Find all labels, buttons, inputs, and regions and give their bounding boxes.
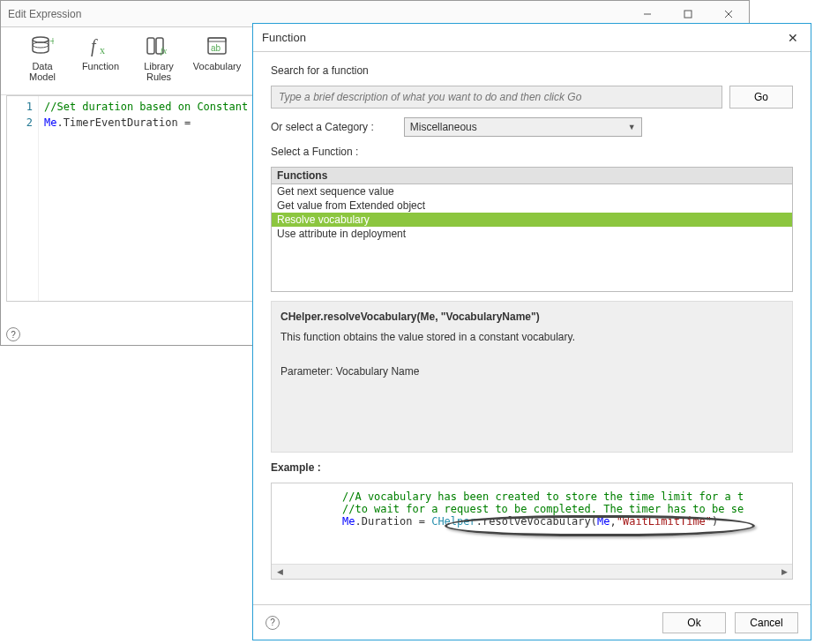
window-title: Edit Expression — [1, 8, 627, 20]
category-select[interactable]: Miscellaneous ▼ — [404, 117, 642, 137]
toolbar-label: Vocabulary — [193, 61, 241, 71]
svg-text:fx: fx — [161, 46, 168, 56]
dialog-title: Function — [262, 31, 784, 44]
help-icon[interactable]: ? — [265, 616, 280, 630]
close-icon[interactable]: ✕ — [784, 31, 802, 45]
function-item[interactable]: Get next sequence value — [272, 184, 792, 198]
function-list: Functions Get next sequence value Get va… — [271, 167, 793, 292]
example-label: Example : — [271, 461, 793, 474]
search-row: Go — [271, 86, 793, 109]
cancel-button[interactable]: Cancel — [735, 612, 798, 633]
category-row: Or select a Category : Miscellaneous ▼ — [271, 117, 793, 137]
toolbar-library-rules[interactable]: fx LibraryRules — [133, 33, 184, 89]
toolbar-label: DataModel — [29, 61, 56, 82]
svg-text:x: x — [100, 44, 105, 56]
dialog-footer: ? Ok Cancel — [253, 604, 811, 640]
svg-rect-1 — [684, 11, 692, 18]
function-item[interactable]: Use attribute in deployment — [272, 227, 792, 241]
category-label: Or select a Category : — [271, 121, 374, 133]
vocabulary-icon: ab — [203, 33, 231, 59]
toolbar-function[interactable]: fx Function — [75, 33, 126, 89]
chevron-down-icon: ▼ — [628, 123, 636, 131]
function-list-header: Functions — [272, 168, 792, 184]
function-list-label: Select a Function : — [271, 146, 793, 158]
example-code: //A vocabulary has been created to store… — [272, 483, 792, 564]
svg-rect-9 — [147, 38, 154, 54]
svg-text:ab: ab — [211, 43, 221, 53]
toolbar-label: LibraryRules — [144, 61, 174, 82]
help-icon[interactable]: ? — [6, 327, 20, 341]
ok-button[interactable]: Ok — [662, 612, 726, 633]
svg-text:f: f — [91, 36, 98, 56]
search-label: Search for a function — [271, 64, 793, 77]
toolbar-vocabulary[interactable]: ab Vocabulary — [191, 33, 243, 89]
svg-point-5 — [33, 42, 49, 48]
function-signature: CHelper.resolveVocabulary(Me, "Vocabular… — [280, 309, 783, 326]
category-value: Miscellaneous — [410, 121, 477, 133]
example-box: //A vocabulary has been created to store… — [271, 483, 793, 580]
description-box: CHelper.resolveVocabulary(Me, "Vocabular… — [271, 301, 793, 453]
go-button[interactable]: Go — [729, 86, 793, 109]
function-item-selected[interactable]: Resolve vocabulary — [272, 213, 792, 227]
toolbar-data-model[interactable]: + DataModel — [17, 33, 68, 89]
function-dialog: Function ✕ Search for a function Go Or s… — [252, 23, 811, 640]
function-description: This function obtains the value stored i… — [280, 329, 783, 346]
database-icon: + — [28, 33, 56, 59]
dialog-titlebar: Function ✕ — [253, 24, 811, 52]
scroll-right-icon[interactable]: ▶ — [778, 567, 790, 576]
scroll-left-icon[interactable]: ◀ — [273, 567, 286, 576]
svg-text:+: + — [49, 34, 54, 48]
scroll-track[interactable] — [286, 565, 778, 579]
dialog-body: Search for a function Go Or select a Cat… — [253, 52, 811, 604]
function-parameter: Parameter: Vocabulary Name — [280, 363, 783, 380]
svg-point-4 — [33, 37, 49, 42]
toolbar-label: Function — [82, 61, 119, 71]
horizontal-scrollbar[interactable]: ◀ ▶ — [272, 564, 792, 579]
search-input[interactable] — [271, 86, 722, 109]
function-item[interactable]: Get value from Extended object — [272, 198, 792, 213]
function-icon: fx — [86, 33, 115, 59]
line-gutter: 12 — [7, 96, 39, 301]
library-icon: fx — [145, 33, 173, 59]
